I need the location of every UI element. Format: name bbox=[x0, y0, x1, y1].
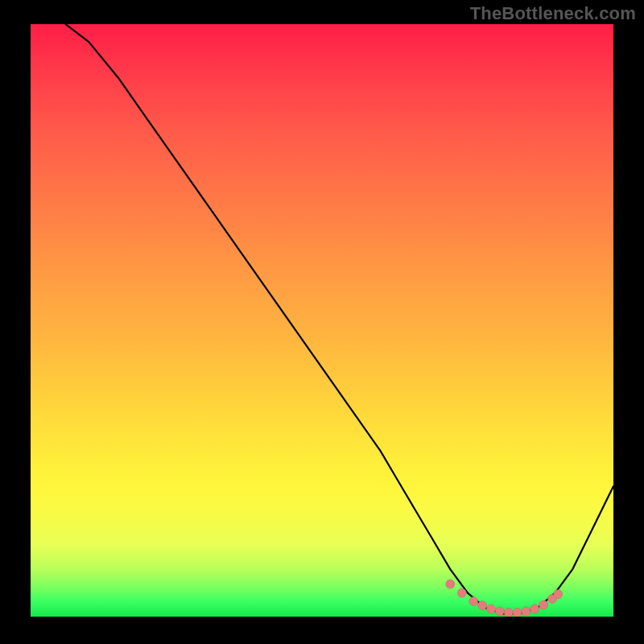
chart-frame: TheBottleneck.com bbox=[0, 0, 644, 644]
curve-layer bbox=[31, 24, 613, 617]
optimal-dot bbox=[522, 607, 530, 616]
optimal-dot bbox=[487, 605, 496, 613]
optimal-dot bbox=[504, 608, 513, 617]
plot-area bbox=[31, 24, 613, 617]
optimal-dot bbox=[539, 601, 548, 609]
optimal-dot bbox=[446, 580, 455, 588]
optimal-dot bbox=[554, 590, 563, 599]
bottleneck-curve bbox=[65, 24, 613, 613]
watermark-text: TheBottleneck.com bbox=[470, 3, 636, 24]
optimal-dot bbox=[513, 608, 522, 617]
optimal-dot bbox=[457, 588, 466, 597]
optimal-dot bbox=[530, 605, 539, 613]
optimal-range-dots bbox=[446, 580, 563, 617]
optimal-dot bbox=[469, 597, 478, 605]
optimal-dot bbox=[495, 607, 504, 616]
optimal-dot bbox=[478, 601, 487, 610]
